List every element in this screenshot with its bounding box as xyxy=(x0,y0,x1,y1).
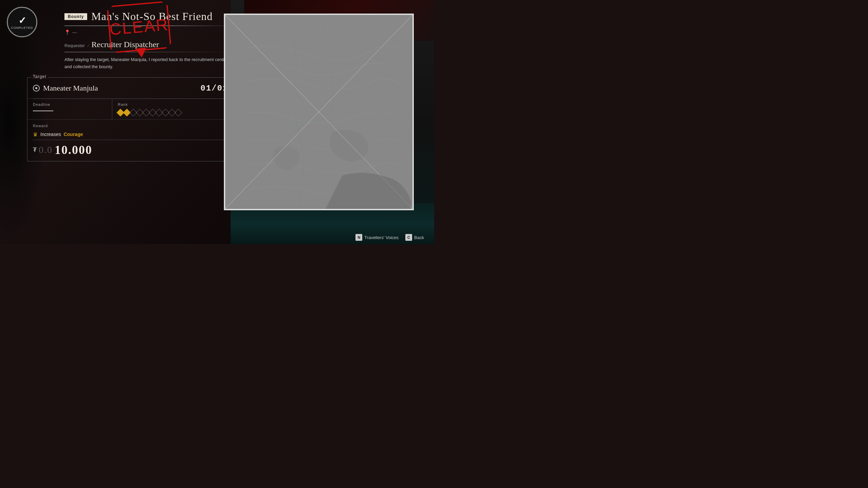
rank-diamonds xyxy=(118,110,228,115)
back-label: Back xyxy=(414,235,424,240)
bottom-navigation: N Travellers' Voices C Back xyxy=(355,234,424,241)
location-pin-icon: 📍 xyxy=(64,30,70,35)
crown-icon: ♛ xyxy=(33,131,38,138)
amount-faded: 0.0 xyxy=(39,144,53,155)
courage-text: Courage xyxy=(64,132,83,137)
quest-description: After slaying the target, Maneater Manju… xyxy=(64,56,234,71)
travellers-voices-button[interactable]: N Travellers' Voices xyxy=(355,234,399,241)
map-frame xyxy=(224,14,414,210)
travellers-voices-key: N xyxy=(355,234,362,241)
map-background xyxy=(225,15,412,209)
check-icon: ✓ xyxy=(18,15,26,26)
clear-arrow-icon xyxy=(135,47,147,58)
bounty-tag: Bounty xyxy=(64,13,87,20)
reward-label: Reward xyxy=(33,124,228,128)
rank-section: Rank xyxy=(112,99,234,119)
main-info-box: Target Maneater Manjula 01/01 Deadline R… xyxy=(27,77,234,161)
back-button[interactable]: C Back xyxy=(405,234,424,241)
map-container xyxy=(224,14,424,224)
clear-stamp: CLEAR xyxy=(107,1,172,53)
currency-icon: ₮ xyxy=(33,146,37,154)
requester-separator: / xyxy=(88,43,89,48)
completed-label: Completed xyxy=(11,26,33,30)
rank-label: Rank xyxy=(118,102,228,106)
back-key: C xyxy=(405,234,412,241)
target-crosshair-icon xyxy=(33,85,40,92)
travellers-voices-label: Travellers' Voices xyxy=(364,235,399,240)
reward-section: Reward ♛ Increases Courage ₮ 0.0 10.000 xyxy=(27,120,234,161)
diamond-10-empty xyxy=(175,109,182,116)
reward-courage-row: ♛ Increases Courage xyxy=(33,131,228,138)
increases-text: Increases xyxy=(40,132,61,137)
deadline-label: Deadline xyxy=(33,102,107,106)
amount-bold: 10.000 xyxy=(55,143,92,157)
requester-line xyxy=(64,52,234,52)
target-name: Maneater Manjula xyxy=(43,84,98,93)
completed-badge: ✓ Completed xyxy=(7,7,37,37)
map-svg xyxy=(225,15,412,209)
target-name-wrap: Maneater Manjula xyxy=(33,84,98,93)
reward-divider xyxy=(33,140,228,140)
deadline-rank-row: Deadline Rank xyxy=(27,99,234,120)
requester-label: Requester xyxy=(64,43,85,48)
deadline-line-decoration xyxy=(33,111,53,111)
location-dash: — xyxy=(72,30,77,35)
target-row: Maneater Manjula 01/01 xyxy=(27,78,234,99)
reward-amount-row: ₮ 0.0 10.000 xyxy=(33,143,228,157)
target-section-label: Target xyxy=(31,74,48,79)
deadline-section: Deadline xyxy=(27,99,112,119)
